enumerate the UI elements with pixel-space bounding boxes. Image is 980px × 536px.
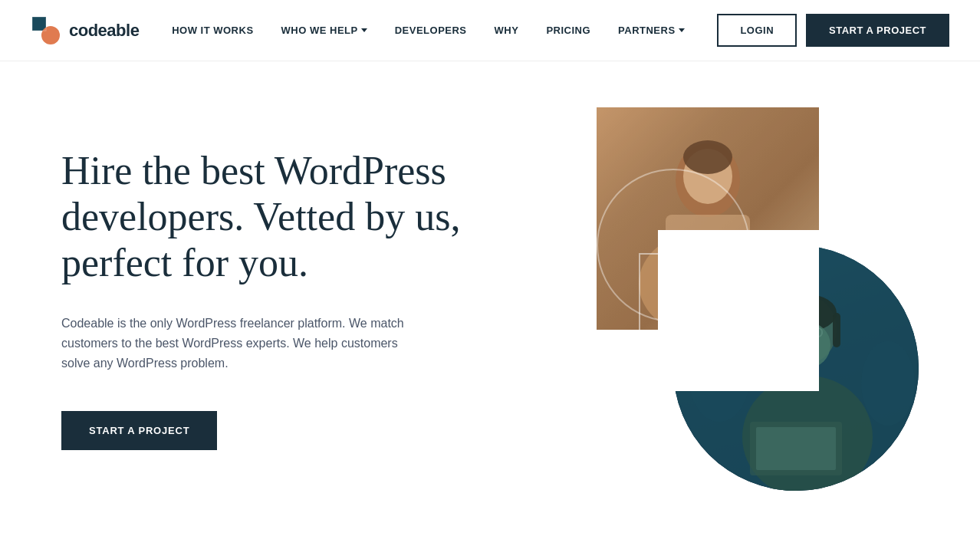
nav-who-we-help[interactable]: WHO WE HELP xyxy=(281,25,367,36)
header-actions: LOGIN START A PROJECT xyxy=(717,14,949,47)
start-project-hero-button[interactable]: START A PROJECT xyxy=(61,411,217,450)
hero-description: Codeable is the only WordPress freelance… xyxy=(61,314,422,374)
login-button[interactable]: LOGIN xyxy=(717,14,797,47)
hero-title: Hire the best WordPress developers. Vett… xyxy=(61,148,491,285)
svg-rect-19 xyxy=(756,427,836,470)
logo-text: codeable xyxy=(69,21,139,41)
site-header: codeable HOW IT WORKS WHO WE HELP DEVELO… xyxy=(0,0,980,61)
nav-why[interactable]: WHY xyxy=(495,25,519,36)
nav-partners[interactable]: PARTNERS xyxy=(618,25,685,36)
start-project-header-button[interactable]: START A PROJECT xyxy=(806,14,949,47)
svg-point-1 xyxy=(41,26,60,44)
logo-link[interactable]: codeable xyxy=(31,15,139,46)
chevron-down-icon xyxy=(679,28,685,32)
svg-rect-14 xyxy=(833,313,840,347)
nav-pricing[interactable]: PRICING xyxy=(546,25,590,36)
hero-image-area xyxy=(551,107,919,491)
svg-point-22 xyxy=(861,341,915,426)
nav-developers[interactable]: DEVELOPERS xyxy=(395,25,467,36)
logo-icon xyxy=(31,15,61,46)
hero-content: Hire the best WordPress developers. Vett… xyxy=(61,148,491,450)
nav-how-it-works[interactable]: HOW IT WORKS xyxy=(172,25,253,36)
main-nav: HOW IT WORKS WHO WE HELP DEVELOPERS WHY … xyxy=(172,25,684,36)
svg-rect-0 xyxy=(32,17,46,31)
hero-section: Hire the best WordPress developers. Vett… xyxy=(0,61,980,536)
circle-outline-decoration xyxy=(597,169,750,322)
chevron-down-icon xyxy=(361,28,367,32)
